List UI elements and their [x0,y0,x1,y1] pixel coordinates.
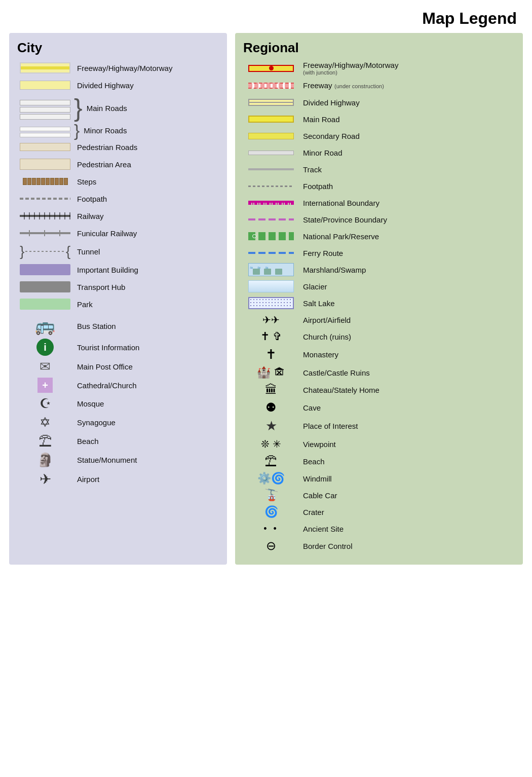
beach-icon: ⛱ [39,433,52,449]
cathedral-icon: + [37,378,53,393]
list-item: i Tourist Information [17,339,219,356]
city-panel: City Freeway/Highway/Motorway Divided Hi… [9,33,227,565]
list-item: Divided Highway [17,78,219,92]
list-item: Important Building [17,263,219,277]
list-item: ✡ Synagogue [17,415,219,430]
list-item: ❊ ✳ Viewpoint [243,437,515,451]
mosque-icon: ☪ [40,396,51,412]
list-item: 🌀 Crater [243,505,515,519]
monastery-icon: ✝ [265,347,277,362]
list-item: Park [17,297,219,311]
list-item: Pedestrian Area [17,157,219,171]
list-item: Secondary Road [243,129,515,142]
list-item: } } Tunnel [17,243,219,260]
list-item: • • Ancient Site [243,522,515,535]
synagogue-icon: ✡ [40,415,51,430]
list-item: ✈✈ Airport/Airfield [243,313,515,326]
list-item: 🏛 Chateau/Stately Home [243,383,515,397]
list-item: 🚡 Cable Car [243,489,515,502]
list-item: } Minor Roads [17,122,219,139]
beach-reg-icon: ⛱ [265,454,277,468]
list-item: 🏰 🏚 Castle/Castle Ruins [243,366,515,379]
bus-icon: 🚌 [35,316,55,336]
list-item: ≈ ≈ ≈ Marshland/Swamp [243,263,515,276]
list-item: Footpath [243,179,515,193]
list-item: National Park/Reserve [243,230,515,243]
list-item: Pedestrian Roads [17,140,219,154]
church-icon: ✝ ✞ [260,330,282,343]
chateau-icon: 🏛 [265,383,277,397]
castle-icon: 🏰 🏚 [257,366,285,379]
list-item: ✈ Airport [17,471,219,488]
page-title: Map Legend [0,0,532,33]
list-item: ⛱ Beach [17,433,219,449]
windmill-icon: ⚙️🌀 [257,472,285,485]
list-item: Divided Highway [243,96,515,109]
crater-icon: 🌀 [264,505,278,519]
list-item: Ferry Route [243,246,515,260]
list-item: Minor Road [243,146,515,159]
tourist-info-icon: i [36,339,54,356]
list-item: Funicular Railway [17,226,219,240]
list-item: International Boundary [243,196,515,209]
list-item: ★ Place of Interest [243,418,515,434]
list-item: } Main Roads [17,95,219,121]
list-item: Footpath [17,192,219,206]
airport-reg-icon: ✈✈ [262,314,280,326]
list-item: ⚉ Cave [243,400,515,415]
border-control-icon: ⊖ [266,539,276,553]
list-item: ⊖ Border Control [243,539,515,553]
list-item: ⚙️🌀 Windmill [243,472,515,485]
list-item: Steps [17,174,219,189]
list-item: Freeway/Highway/Motorway [17,61,219,75]
list-item: 🗿 Statue/Monument [17,452,219,468]
regional-panel: Regional Freeway/Highway/Motorway (with … [235,33,523,565]
list-item: Railway [17,209,219,223]
ancient-site-icon: • • [263,524,279,534]
place-interest-icon: ★ [265,418,277,434]
list-item: + Cathedral/Church [17,378,219,393]
list-item: ☪ Mosque [17,396,219,412]
statue-icon: 🗿 [37,452,53,468]
cable-car-icon: 🚡 [264,489,278,502]
list-item: Salt Lake [243,297,515,310]
list-item: ⛱ Beach [243,454,515,468]
list-item: Track [243,163,515,176]
list-item: Main Road [243,113,515,126]
list-item: ✉ Main Post Office [17,359,219,375]
list-item: ✝ Monastery [243,347,515,362]
viewpoint-icon: ❊ ✳ [261,438,281,450]
list-item: State/Province Boundary [243,213,515,226]
list-item: ✝ ✞ Church (ruins) [243,330,515,343]
city-title: City [17,40,219,56]
regional-title: Regional [243,40,515,56]
list-item: Glacier [243,280,515,293]
list-item: Freeway/Highway/Motorway (with junction) [243,61,515,76]
list-item: Freeway (under construction) [243,79,515,92]
cave-icon: ⚉ [265,400,277,415]
list-item: Transport Hub [17,280,219,294]
list-item: 🚌 Bus Station [17,316,219,336]
airport-icon: ✈ [40,471,51,488]
post-office-icon: ✉ [40,359,51,375]
